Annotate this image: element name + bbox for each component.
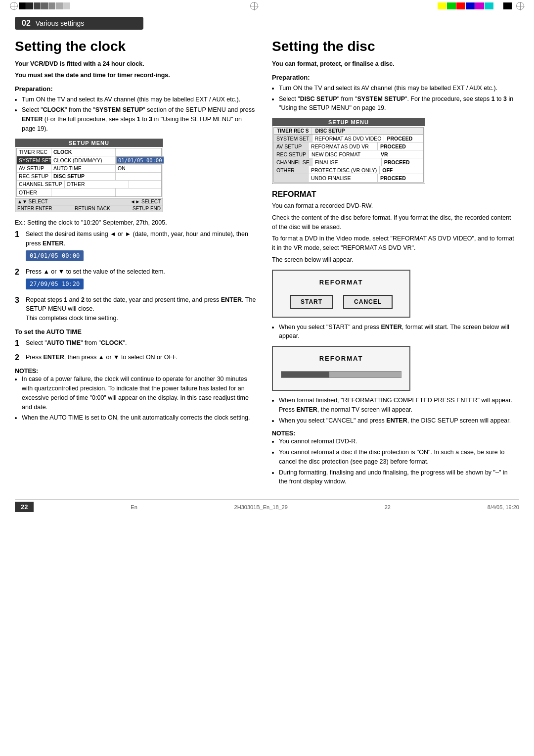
menu-cell-on: ON xyxy=(116,165,161,172)
gray-bars xyxy=(19,2,70,9)
ds-row-2: AV SETUP REFORMAT AS DVD VR PROCEED xyxy=(274,142,423,150)
bar-1 xyxy=(19,2,26,9)
menu-cell-empty5 xyxy=(116,189,161,196)
menu-row-2: SYSTEM SET CLOCK (DD/MM/YY) 01/01/05 00:… xyxy=(17,156,161,165)
after-start-text: When you select "START" and press ENTER,… xyxy=(279,323,514,341)
step-3-number: 3 xyxy=(15,295,23,306)
menu-cell-autotime: AUTO TIME xyxy=(51,165,116,172)
step-3-content: Repeat steps 1 and 2 to set the date, ye… xyxy=(26,295,257,323)
menu-row-4: REC SETUP DISC SETUP xyxy=(17,173,161,181)
menu-cell-system: SYSTEM SET xyxy=(17,156,51,164)
ds-cell-5-2: PROTECT DISC (VR ONLY) xyxy=(309,166,380,174)
after-format-note-2: When you select "CANCEL" and press ENTER… xyxy=(279,416,514,425)
bar-4 xyxy=(41,2,48,9)
step-3: 3 Repeat steps 1 and 2 to set the date, … xyxy=(15,295,257,323)
start-button[interactable]: START xyxy=(290,295,333,309)
menu-cell-av: AV SETUP xyxy=(17,165,51,172)
nav-select-2: ◄► SELECT xyxy=(131,199,161,204)
intro-line2: You must set the date and time for timer… xyxy=(15,71,257,80)
right-intro: You can format, protect, or finalise a d… xyxy=(272,59,514,69)
ds-cell-5-3: OFF xyxy=(380,166,423,174)
bar-3 xyxy=(34,2,41,9)
ds-cell-4-1: CHANNEL SE xyxy=(274,158,312,166)
auto-step-1-content: Select "AUTO TIME" from "CLOCK". xyxy=(26,338,257,348)
reformat-p3: To format a DVD in the Video mode, selec… xyxy=(272,234,514,253)
menu-cell-timer: TIMER REC xyxy=(17,148,51,156)
notes-left: NOTES: In case of a power failure, the c… xyxy=(15,368,257,423)
note-right-3: During formatting, finalising and undo f… xyxy=(279,468,514,487)
prep-label-right: Preparation: xyxy=(272,74,514,81)
disc-setup-inner: TIMER REC S DISC SETUP SYSTEM SET REFORM… xyxy=(273,127,424,183)
after-format-note-1: When format finished, "REFORMATTING COMP… xyxy=(279,396,514,415)
ds-row-4: CHANNEL SE FINALISE PROCEED xyxy=(274,158,423,166)
menu-cell-disc: DISC SETUP xyxy=(51,173,116,180)
cancel-button[interactable]: CANCEL xyxy=(343,295,393,309)
left-heading: Setting the clock xyxy=(15,39,257,54)
dsh-col3 xyxy=(376,128,423,134)
auto-time-section: To set the AUTO TIME 1 Select "AUTO TIME… xyxy=(15,328,257,363)
ds-cell-1-3: PROCEED xyxy=(384,135,423,142)
auto-step-2-number: 2 xyxy=(15,353,23,363)
note-left-2: When the AUTO TIME is set to ON, the uni… xyxy=(22,413,257,423)
reg-mark-center xyxy=(250,2,258,10)
menu-row-3: AV SETUP AUTO TIME ON xyxy=(17,165,161,173)
step-1-content: Select the desired items using ◄ or ► (d… xyxy=(26,230,257,263)
footer-page: 22 xyxy=(385,504,391,510)
left-black-bars xyxy=(10,2,70,10)
notes-right-label: NOTES: xyxy=(272,430,514,437)
ds-cell-3-3: VR xyxy=(378,150,423,158)
setup-menu-clock: SETUP MENU TIMER REC CLOCK SYSTEM SET CL… xyxy=(15,139,163,212)
swatch-white xyxy=(494,2,503,9)
ds-row-1: SYSTEM SET REFORMAT AS DVD VIDEO PROCEED xyxy=(274,135,423,142)
bar-6 xyxy=(56,2,63,9)
right-heading: Setting the disc xyxy=(272,39,514,54)
disc-setup-menu: SETUP MENU TIMER REC S DISC SETUP SYSTEM… xyxy=(272,118,425,184)
notes-right: NOTES: You cannot reformat DVD-R. You ca… xyxy=(272,430,514,486)
menu-cell-empty4 xyxy=(51,189,116,196)
reformat-progress-inner xyxy=(281,372,329,378)
notes-list-right: You cannot reformat DVD-R. You cannot re… xyxy=(272,437,514,486)
menu-cell-rec: REC SETUP xyxy=(17,173,51,180)
time-display-2: 27/09/05 10:20 xyxy=(26,279,84,289)
note-right-2: You cannot reformat a disc if the disc p… xyxy=(279,448,514,467)
left-column: Setting the clock Your VCR/DVD is fitted… xyxy=(15,39,257,489)
auto-step-1-number: 1 xyxy=(15,338,23,349)
reformat-p4: The screen below will appear. xyxy=(272,255,514,265)
reformat-progress-bar xyxy=(281,371,401,378)
ds-row-5: OTHER PROTECT DISC (VR ONLY) OFF xyxy=(274,166,423,174)
section-header: 02 Various settings xyxy=(15,17,143,30)
ds-cell-4-3: PROCEED xyxy=(382,158,423,166)
ds-cell-5-1: OTHER xyxy=(274,166,309,174)
menu-cell-channel: CHANNEL SETUP xyxy=(17,181,65,188)
nav-enter: ENTER ENTER xyxy=(17,206,52,211)
footer-date: 8/4/05, 19:20 xyxy=(488,504,519,510)
ds-cell-1-1: SYSTEM SET xyxy=(274,135,312,142)
ds-cell-1-2: REFORMAT AS DVD VIDEO xyxy=(312,135,385,142)
reformat-screen-2: REFORMAT xyxy=(272,346,410,391)
ex-text: Ex.: Setting the clock to "10:20" Septem… xyxy=(15,218,257,228)
ds-cell-4-2: FINALISE xyxy=(312,158,382,166)
footer-doc-info: 2H30301B_En_18_29 xyxy=(234,504,288,510)
notes-list-left: In case of a power failure, the clock wi… xyxy=(15,375,257,423)
swatch-blue xyxy=(466,2,475,9)
ds-cell-6-3: PROCEED xyxy=(378,174,423,182)
menu-row-6: OTHER xyxy=(17,189,161,196)
ds-cell-2-1: AV SETUP xyxy=(274,142,309,150)
right-prep-2: Select "DISC SETUP" from "SYSTEM SETUP".… xyxy=(279,94,514,113)
reg-mark-left xyxy=(10,2,18,10)
menu-cell-empty2 xyxy=(116,173,161,180)
page-content: 02 Various settings Setting the clock Yo… xyxy=(0,12,534,529)
auto-step-1: 1 Select "AUTO TIME" from "CLOCK". xyxy=(15,338,257,349)
menu-cell-empty xyxy=(116,148,161,156)
dsh-col2: DISC SETUP xyxy=(312,128,376,134)
nav-select-1: ▲▼ SELECT xyxy=(17,199,47,204)
reg-mark-right xyxy=(516,2,524,10)
nav-setup: SETUP END xyxy=(133,206,161,211)
time-display-1: 01/01/05 00:00 xyxy=(26,250,84,261)
menu-cell-empty3 xyxy=(129,181,161,188)
reformat-buttons: START CANCEL xyxy=(281,295,401,309)
bar-7 xyxy=(63,2,70,9)
disc-setup-title: SETUP MENU xyxy=(272,118,425,126)
after-format-notes: When format finished, "REFORMATTING COMP… xyxy=(272,396,514,425)
section-title: Various settings xyxy=(36,19,85,27)
